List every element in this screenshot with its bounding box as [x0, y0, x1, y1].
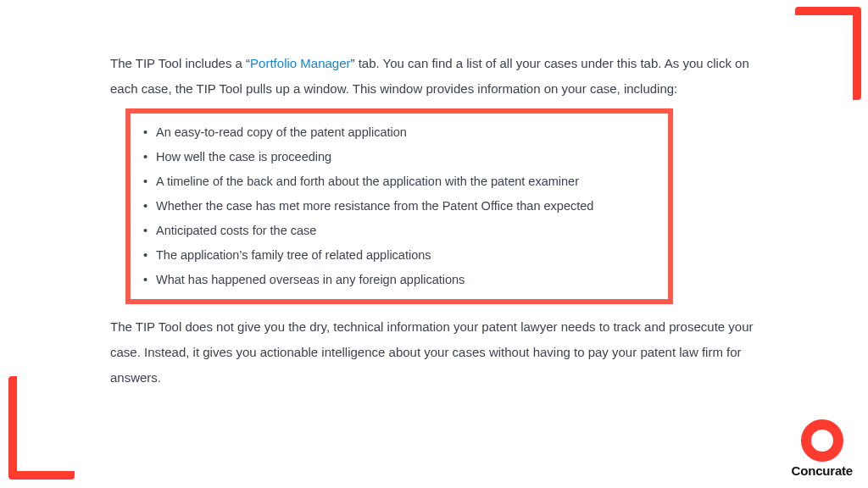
intro-pre-text: The TIP Tool includes a “: [110, 56, 250, 70]
list-item: An easy-to-read copy of the patent appli…: [142, 120, 656, 145]
brand-name: Concurate: [792, 463, 853, 478]
list-item: Anticipated costs for the case: [142, 219, 656, 243]
document-body: The TIP Tool includes a “Portfolio Manag…: [0, 0, 868, 416]
highlighted-list-box: An easy-to-read copy of the patent appli…: [125, 108, 673, 304]
list-item: The application’s family tree of related…: [142, 243, 656, 268]
outro-paragraph: The TIP Tool does not give you the dry, …: [110, 314, 758, 391]
brand-ring-icon: [801, 419, 843, 462]
corner-top-right-decoration: [795, 7, 861, 100]
list-item: A timeline of the back and forth about t…: [142, 169, 656, 194]
list-item: What has happened overseas in any foreig…: [142, 268, 656, 292]
list-item: How well the case is proceeding: [142, 145, 656, 169]
intro-paragraph: The TIP Tool includes a “Portfolio Manag…: [110, 51, 758, 102]
corner-bottom-left-decoration: [8, 376, 75, 480]
list-item: Whether the case has met more resistance…: [142, 194, 656, 219]
feature-list: An easy-to-read copy of the patent appli…: [142, 120, 656, 292]
portfolio-manager-link[interactable]: Portfolio Manager: [250, 56, 350, 70]
brand-logo: Concurate: [792, 419, 853, 478]
